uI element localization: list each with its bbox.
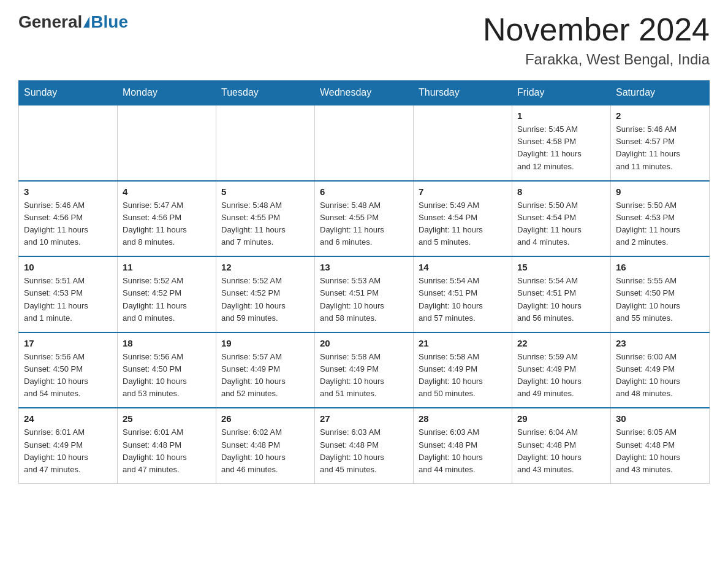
sun-info: Sunrise: 5:52 AM Sunset: 4:52 PM Dayligh… xyxy=(123,275,211,324)
day-number: 12 xyxy=(221,262,309,272)
week-row-1: 1Sunrise: 5:45 AM Sunset: 4:58 PM Daylig… xyxy=(19,105,710,181)
day-number: 5 xyxy=(221,186,309,197)
day-number: 11 xyxy=(123,262,211,272)
calendar-cell: 10Sunrise: 5:51 AM Sunset: 4:53 PM Dayli… xyxy=(19,256,118,332)
logo-general-text: General xyxy=(18,12,82,32)
sun-info: Sunrise: 5:52 AM Sunset: 4:52 PM Dayligh… xyxy=(221,275,309,324)
calendar-cell: 3Sunrise: 5:46 AM Sunset: 4:56 PM Daylig… xyxy=(19,181,118,257)
sun-info: Sunrise: 5:58 AM Sunset: 4:49 PM Dayligh… xyxy=(320,351,408,400)
day-number: 19 xyxy=(221,338,309,348)
weekday-header-thursday: Thursday xyxy=(414,81,512,105)
calendar-cell: 6Sunrise: 5:48 AM Sunset: 4:55 PM Daylig… xyxy=(315,181,414,257)
weekday-header-friday: Friday xyxy=(512,81,611,105)
sun-info: Sunrise: 5:54 AM Sunset: 4:51 PM Dayligh… xyxy=(517,275,605,324)
sun-info: Sunrise: 5:56 AM Sunset: 4:50 PM Dayligh… xyxy=(24,351,112,400)
logo-blue-text: Blue xyxy=(91,12,128,32)
calendar-cell: 18Sunrise: 5:56 AM Sunset: 4:50 PM Dayli… xyxy=(118,332,216,408)
sun-info: Sunrise: 6:05 AM Sunset: 4:48 PM Dayligh… xyxy=(616,426,704,476)
calendar-cell xyxy=(118,105,216,181)
sun-info: Sunrise: 5:56 AM Sunset: 4:50 PM Dayligh… xyxy=(123,351,211,400)
day-number: 7 xyxy=(419,186,507,197)
week-row-4: 17Sunrise: 5:56 AM Sunset: 4:50 PM Dayli… xyxy=(19,332,710,408)
sun-info: Sunrise: 5:45 AM Sunset: 4:58 PM Dayligh… xyxy=(517,123,605,173)
sun-info: Sunrise: 6:03 AM Sunset: 4:48 PM Dayligh… xyxy=(419,426,507,476)
sun-info: Sunrise: 5:58 AM Sunset: 4:49 PM Dayligh… xyxy=(419,351,507,400)
calendar-cell: 26Sunrise: 6:02 AM Sunset: 4:48 PM Dayli… xyxy=(216,408,315,483)
day-number: 9 xyxy=(616,186,704,197)
sun-info: Sunrise: 5:53 AM Sunset: 4:51 PM Dayligh… xyxy=(320,275,408,324)
sun-info: Sunrise: 6:04 AM Sunset: 4:48 PM Dayligh… xyxy=(517,426,605,476)
calendar-cell: 29Sunrise: 6:04 AM Sunset: 4:48 PM Dayli… xyxy=(512,408,611,483)
sun-info: Sunrise: 5:48 AM Sunset: 4:55 PM Dayligh… xyxy=(221,199,309,249)
calendar-cell: 7Sunrise: 5:49 AM Sunset: 4:54 PM Daylig… xyxy=(414,181,512,257)
calendar-cell: 27Sunrise: 6:03 AM Sunset: 4:48 PM Dayli… xyxy=(315,408,414,483)
day-number: 10 xyxy=(24,262,112,272)
calendar-cell: 14Sunrise: 5:54 AM Sunset: 4:51 PM Dayli… xyxy=(414,256,512,332)
sun-info: Sunrise: 5:50 AM Sunset: 4:54 PM Dayligh… xyxy=(517,199,605,249)
sun-info: Sunrise: 5:54 AM Sunset: 4:51 PM Dayligh… xyxy=(419,275,507,324)
day-number: 18 xyxy=(123,338,211,348)
calendar-cell: 12Sunrise: 5:52 AM Sunset: 4:52 PM Dayli… xyxy=(216,256,315,332)
logo-triangle-icon xyxy=(83,17,89,28)
sun-info: Sunrise: 6:03 AM Sunset: 4:48 PM Dayligh… xyxy=(320,426,408,476)
day-number: 29 xyxy=(517,413,605,424)
day-number: 25 xyxy=(123,413,211,424)
calendar-table: SundayMondayTuesdayWednesdayThursdayFrid… xyxy=(18,80,710,484)
calendar-cell xyxy=(315,105,414,181)
day-number: 15 xyxy=(517,262,605,272)
sun-info: Sunrise: 5:55 AM Sunset: 4:50 PM Dayligh… xyxy=(616,275,704,324)
calendar-cell: 16Sunrise: 5:55 AM Sunset: 4:50 PM Dayli… xyxy=(611,256,710,332)
week-row-5: 24Sunrise: 6:01 AM Sunset: 4:49 PM Dayli… xyxy=(19,408,710,483)
calendar-cell: 1Sunrise: 5:45 AM Sunset: 4:58 PM Daylig… xyxy=(512,105,611,181)
day-number: 20 xyxy=(320,338,408,348)
calendar-cell: 28Sunrise: 6:03 AM Sunset: 4:48 PM Dayli… xyxy=(414,408,512,483)
sun-info: Sunrise: 5:50 AM Sunset: 4:53 PM Dayligh… xyxy=(616,199,704,249)
sun-info: Sunrise: 5:46 AM Sunset: 4:57 PM Dayligh… xyxy=(616,123,704,173)
calendar-cell: 30Sunrise: 6:05 AM Sunset: 4:48 PM Dayli… xyxy=(611,408,710,483)
sun-info: Sunrise: 5:48 AM Sunset: 4:55 PM Dayligh… xyxy=(320,199,408,249)
calendar-cell: 22Sunrise: 5:59 AM Sunset: 4:49 PM Dayli… xyxy=(512,332,611,408)
sun-info: Sunrise: 6:02 AM Sunset: 4:48 PM Dayligh… xyxy=(221,426,309,476)
sun-info: Sunrise: 5:46 AM Sunset: 4:56 PM Dayligh… xyxy=(24,199,112,249)
day-number: 3 xyxy=(24,186,112,197)
weekday-header-sunday: Sunday xyxy=(19,81,118,105)
day-number: 1 xyxy=(517,110,605,121)
sun-info: Sunrise: 5:51 AM Sunset: 4:53 PM Dayligh… xyxy=(24,275,112,324)
sun-info: Sunrise: 5:47 AM Sunset: 4:56 PM Dayligh… xyxy=(123,199,211,249)
week-row-3: 10Sunrise: 5:51 AM Sunset: 4:53 PM Dayli… xyxy=(19,256,710,332)
location-title: Farakka, West Bengal, India xyxy=(483,51,710,68)
calendar-cell: 20Sunrise: 5:58 AM Sunset: 4:49 PM Dayli… xyxy=(315,332,414,408)
calendar-cell: 25Sunrise: 6:01 AM Sunset: 4:48 PM Dayli… xyxy=(118,408,216,483)
calendar-cell: 13Sunrise: 5:53 AM Sunset: 4:51 PM Dayli… xyxy=(315,256,414,332)
day-number: 8 xyxy=(517,186,605,197)
calendar-cell: 21Sunrise: 5:58 AM Sunset: 4:49 PM Dayli… xyxy=(414,332,512,408)
sun-info: Sunrise: 5:49 AM Sunset: 4:54 PM Dayligh… xyxy=(419,199,507,249)
calendar-cell: 9Sunrise: 5:50 AM Sunset: 4:53 PM Daylig… xyxy=(611,181,710,257)
weekday-header-monday: Monday xyxy=(118,81,216,105)
weekday-header-tuesday: Tuesday xyxy=(216,81,315,105)
day-number: 6 xyxy=(320,186,408,197)
day-number: 26 xyxy=(221,413,309,424)
day-number: 2 xyxy=(616,110,704,121)
calendar-cell: 19Sunrise: 5:57 AM Sunset: 4:49 PM Dayli… xyxy=(216,332,315,408)
day-number: 27 xyxy=(320,413,408,424)
calendar-cell: 5Sunrise: 5:48 AM Sunset: 4:55 PM Daylig… xyxy=(216,181,315,257)
day-number: 4 xyxy=(123,186,211,197)
day-number: 16 xyxy=(616,262,704,272)
calendar-cell: 17Sunrise: 5:56 AM Sunset: 4:50 PM Dayli… xyxy=(19,332,118,408)
calendar-cell: 23Sunrise: 6:00 AM Sunset: 4:49 PM Dayli… xyxy=(611,332,710,408)
page-header: General Blue November 2024 Farakka, West… xyxy=(18,12,710,68)
calendar-cell: 8Sunrise: 5:50 AM Sunset: 4:54 PM Daylig… xyxy=(512,181,611,257)
month-title: November 2024 xyxy=(483,12,710,47)
calendar-cell: 2Sunrise: 5:46 AM Sunset: 4:57 PM Daylig… xyxy=(611,105,710,181)
weekday-header-wednesday: Wednesday xyxy=(315,81,414,105)
sun-info: Sunrise: 5:59 AM Sunset: 4:49 PM Dayligh… xyxy=(517,351,605,400)
title-area: November 2024 Farakka, West Bengal, Indi… xyxy=(483,12,710,68)
day-number: 13 xyxy=(320,262,408,272)
day-number: 30 xyxy=(616,413,704,424)
day-number: 21 xyxy=(419,338,507,348)
sun-info: Sunrise: 6:00 AM Sunset: 4:49 PM Dayligh… xyxy=(616,351,704,400)
calendar-cell: 15Sunrise: 5:54 AM Sunset: 4:51 PM Dayli… xyxy=(512,256,611,332)
day-number: 24 xyxy=(24,413,112,424)
weekday-header-saturday: Saturday xyxy=(611,81,710,105)
